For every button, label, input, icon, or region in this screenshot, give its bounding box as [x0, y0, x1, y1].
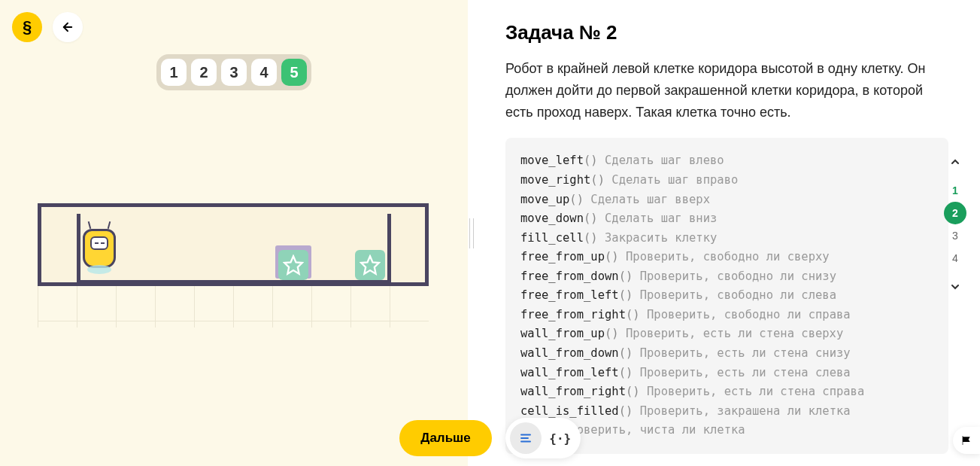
command-row: wall_from_down() Проверить, есть ли стен… — [520, 344, 933, 364]
robot-antenna — [108, 221, 111, 229]
command-row: free_from_right() Проверить, свободно ли… — [520, 306, 933, 325]
chevron-down-icon — [949, 281, 961, 293]
command-row: wall_from_left() Проверить, есть ли стен… — [520, 364, 933, 383]
command-row: move_left() Сделать шаг влево — [520, 151, 933, 171]
bottom-actions: Дальше {·} — [0, 418, 980, 458]
side-nav-item-3[interactable]: 3 — [944, 224, 966, 247]
view-toggle: {·} — [505, 418, 581, 458]
text-icon — [519, 431, 532, 445]
grid-world — [38, 203, 429, 327]
command-row: move_right() Сделать шаг вправо — [520, 171, 933, 190]
side-nav-item-4[interactable]: 4 — [944, 247, 966, 270]
command-row: wall_from_up() Проверить, есть ли стена … — [520, 324, 933, 344]
side-nav-item-1[interactable]: 1 — [944, 179, 966, 202]
task-title: Задача № 2 — [505, 21, 948, 44]
next-button[interactable]: Дальше — [399, 420, 491, 456]
robot — [83, 223, 116, 268]
text-view-button[interactable] — [510, 422, 542, 454]
robot-antenna — [88, 221, 92, 229]
svg-marker-1 — [284, 256, 302, 273]
robot-face — [90, 236, 108, 250]
back-button[interactable] — [53, 12, 83, 42]
brand-logo[interactable]: § — [12, 12, 42, 42]
command-row: free_from_down() Проверить, свободно ли … — [520, 267, 933, 287]
step-item-3[interactable]: 3 — [221, 59, 247, 86]
command-row: wall_from_right() Проверить, есть ли сте… — [520, 382, 933, 402]
command-row: move_down() Сделать шаг вниз — [520, 209, 933, 229]
chevron-up-icon — [949, 156, 961, 168]
robot-body — [83, 229, 116, 268]
robot-shadow — [87, 265, 111, 274]
step-progress-bar: 12345 — [156, 54, 311, 90]
logo-glyph: § — [23, 17, 32, 37]
step-item-1[interactable]: 1 — [161, 59, 187, 86]
nav-next-button[interactable] — [944, 276, 966, 298]
nav-prev-button[interactable] — [944, 151, 966, 173]
task-side-nav: 1234 — [944, 151, 966, 298]
panel-resize-handle[interactable] — [468, 0, 474, 466]
goal-tile — [278, 250, 308, 280]
star-icon — [283, 254, 304, 276]
commands-reference: move_left() Сделать шаг влевоmove_right(… — [505, 138, 948, 453]
arrow-left-icon — [61, 20, 74, 34]
star-icon — [360, 254, 381, 276]
svg-marker-2 — [361, 256, 378, 273]
goal-tile — [355, 250, 385, 280]
code-braces-icon: {·} — [549, 431, 571, 446]
command-row: fill_cell() Закрасить клетку — [520, 229, 933, 248]
step-item-2[interactable]: 2 — [191, 59, 217, 86]
corridor-left-wall — [77, 214, 80, 282]
step-item-4[interactable]: 4 — [251, 59, 277, 86]
command-row: free_from_up() Проверить, свободно ли св… — [520, 248, 933, 267]
corridor-right-wall — [387, 214, 391, 282]
task-panel: Задача № 2 Робот в крайней левой клетке … — [474, 0, 980, 466]
step-item-5[interactable]: 5 — [281, 59, 307, 86]
side-nav-item-2[interactable]: 2 — [944, 202, 966, 224]
task-content: Задача № 2 Робот в крайней левой клетке … — [474, 0, 980, 466]
code-view-button[interactable]: {·} — [545, 422, 576, 454]
game-panel: § 12345 — [0, 0, 468, 466]
command-row: move_up() Сделать шаг вверх — [520, 190, 933, 210]
command-row: free_from_left() Проверить, свободно ли … — [520, 286, 933, 306]
corridor-floor — [77, 280, 391, 284]
task-description: Робот в крайней левой клетке коридора вы… — [505, 58, 948, 123]
